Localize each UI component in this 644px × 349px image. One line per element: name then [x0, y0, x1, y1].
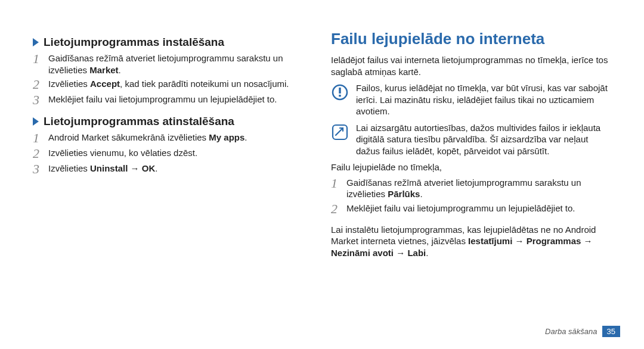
page-number: 35: [602, 326, 620, 337]
step-text: Izvēlieties Accept, kad tiek parādīti no…: [48, 78, 313, 90]
text: Izvēlieties: [48, 163, 90, 173]
svg-rect-2: [339, 95, 340, 96]
step-number: 1: [33, 52, 48, 66]
bold: Pārlūks: [388, 189, 420, 199]
text: Gaidīšanas režīmā atveriet lietojumprogr…: [346, 177, 581, 200]
step-text: Meklējiet failu vai lietojumprogrammu un…: [48, 94, 313, 105]
warning-text: Failos, kurus ielādējat no tīmekļa, var …: [356, 82, 611, 117]
note-callout: Lai aizsargātu autortiesības, dažos mult…: [331, 122, 611, 157]
bold: OK: [142, 163, 156, 173]
text: , kad tiek parādīti noteikumi un nosacīj…: [120, 79, 289, 89]
list-item: 2 Izvēlieties Accept, kad tiek parādīti …: [33, 78, 313, 91]
note-icon: [331, 123, 349, 141]
step-text: Gaidīšanas režīmā atveriet lietojumprogr…: [48, 52, 313, 76]
text: Meklējiet failu vai lietojumprogrammu un…: [346, 203, 575, 213]
manual-page: Lietojumprogrammas instalēšana 1 Gaidīša…: [0, 0, 644, 349]
list-item: 3 Izvēlieties Uninstall → OK.: [33, 163, 313, 176]
warning-icon: [331, 83, 349, 101]
download-label: Failu lejupielāde no tīmekļa,: [331, 161, 611, 173]
text: Meklējiet failu vai lietojumprogrammu un…: [48, 94, 277, 104]
bold: Market: [89, 65, 118, 75]
text: .: [426, 248, 428, 258]
text: →: [128, 163, 141, 173]
bold: Labi: [407, 248, 426, 258]
step-text: Izvēlieties Uninstall → OK.: [48, 163, 313, 174]
intro-text: Ielādējot failus vai interneta lietojump…: [331, 54, 611, 77]
step-text: Meklējiet failu vai lietojumprogrammu un…: [346, 202, 611, 214]
text: .: [420, 189, 422, 199]
text: .: [244, 132, 247, 142]
list-item: 1 Gaidīšanas režīmā atveriet lietojumpro…: [33, 52, 313, 76]
step-text: Android Market sākumekrānā izvēlieties M…: [48, 132, 313, 144]
bold: Iestatījumi: [468, 236, 512, 246]
step-number: 2: [33, 147, 48, 160]
step-number: 2: [33, 78, 48, 91]
text: .: [119, 65, 121, 75]
step-number: 2: [331, 202, 346, 216]
note-text: Lai aizsargātu autortiesības, dažos mult…: [356, 122, 611, 157]
install-steps: 1 Gaidīšanas režīmā atveriet lietojumpro…: [33, 52, 313, 107]
uninstall-steps: 1 Android Market sākumekrānā izvēlieties…: [33, 132, 313, 176]
step-number: 3: [33, 94, 48, 107]
list-item: 3 Meklējiet failu vai lietojumprogrammu …: [33, 94, 313, 107]
list-item: 1 Android Market sākumekrānā izvēlieties…: [33, 132, 313, 145]
text: →: [581, 236, 592, 246]
text: Izvēlieties: [48, 79, 90, 89]
step-text: Izvēlieties vienumu, ko vēlaties dzēst.: [48, 147, 313, 159]
sub-heading-install-text: Lietojumprogrammas instalēšana: [44, 36, 224, 49]
svg-rect-3: [333, 125, 347, 139]
list-item: 2 Izvēlieties vienumu, ko vēlaties dzēst…: [33, 147, 313, 160]
list-item: 2 Meklējiet failu vai lietojumprogrammu …: [331, 202, 611, 216]
step-number: 3: [33, 163, 48, 176]
step-number: 1: [331, 177, 346, 190]
footer-section-label: Darba sākšana: [545, 327, 597, 336]
step-text: Gaidīšanas režīmā atveriet lietojumprogr…: [346, 177, 611, 200]
step-number: 1: [33, 132, 48, 145]
sub-heading-uninstall-text: Lietojumprogrammas atinstalēšana: [44, 115, 234, 128]
bold: Accept: [90, 79, 120, 89]
section-title: Failu lejupielāde no interneta: [331, 30, 611, 48]
text: →: [512, 236, 526, 246]
page-footer: Darba sākšana 35: [545, 326, 620, 337]
text: .: [155, 163, 157, 173]
bold: Uninstall: [90, 163, 128, 173]
left-column: Lietojumprogrammas instalēšana 1 Gaidīša…: [24, 30, 322, 331]
chevron-icon: [33, 38, 39, 46]
text: Gaidīšanas režīmā atveriet lietojumprogr…: [48, 53, 283, 75]
warning-callout: Failos, kurus ielādējat no tīmekļa, var …: [331, 82, 611, 117]
outro-text: Lai instalētu lietojumprogrammas, kas le…: [331, 224, 611, 259]
text: Izvēlieties vienumu, ko vēlaties dzēst.: [48, 148, 197, 158]
bold: Nezināmi avoti: [331, 248, 394, 258]
sub-heading-install: Lietojumprogrammas instalēšana: [33, 36, 313, 49]
text: →: [394, 248, 407, 258]
download-steps: 1 Gaidīšanas režīmā atveriet lietojumpro…: [331, 177, 611, 216]
svg-rect-1: [339, 88, 340, 94]
sub-heading-uninstall: Lietojumprogrammas atinstalēšana: [33, 115, 313, 128]
bold: My apps: [209, 132, 244, 142]
text: Android Market sākumekrānā izvēlieties: [48, 132, 209, 142]
chevron-icon: [33, 117, 39, 126]
list-item: 1 Gaidīšanas režīmā atveriet lietojumpro…: [331, 177, 611, 200]
bold: Programmas: [527, 236, 581, 246]
right-column: Failu lejupielāde no interneta Ielādējot…: [322, 30, 620, 331]
